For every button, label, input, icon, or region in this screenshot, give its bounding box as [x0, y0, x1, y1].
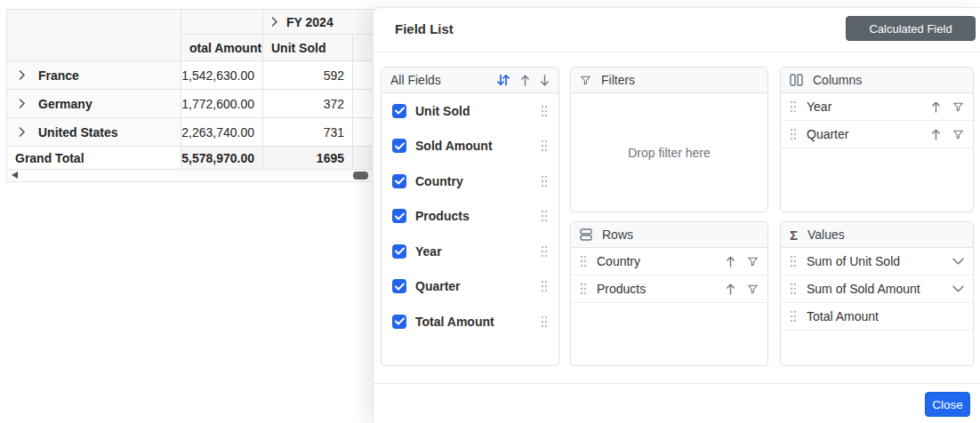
- filter-icon[interactable]: [747, 283, 759, 295]
- values-header: Σ Values: [781, 222, 973, 248]
- drag-handle-icon[interactable]: [790, 255, 797, 267]
- drag-handle-icon[interactable]: [580, 283, 587, 295]
- pivot-column-group-cell: FY 2024: [263, 10, 374, 35]
- drag-handle-icon[interactable]: [790, 100, 797, 113]
- axis-item-label: Country: [597, 254, 640, 268]
- col-header-overflow: [353, 35, 374, 61]
- columns-item-quarter: Quarter: [781, 121, 973, 148]
- checkbox-checked-icon[interactable]: [392, 315, 406, 329]
- scroll-left-arrow-icon[interactable]: [12, 172, 18, 179]
- value-cell: $1,542,630.00: [181, 61, 263, 90]
- horizontal-scrollbar[interactable]: [6, 169, 374, 182]
- field-label: Products: [415, 209, 470, 223]
- drag-handle-icon[interactable]: [541, 280, 548, 292]
- scrollbar-thumb[interactable]: [353, 172, 368, 180]
- dialog-header: Field List Calculated Field: [374, 8, 980, 52]
- rows-header: Rows: [571, 222, 767, 248]
- checkbox-checked-icon[interactable]: [392, 279, 406, 293]
- checkbox-checked-icon[interactable]: [392, 139, 406, 153]
- sort-both-icon[interactable]: [496, 74, 510, 86]
- field-label: Quarter: [415, 279, 461, 293]
- rows-panel: Rows Country Products: [570, 221, 768, 366]
- sort-ascending-icon[interactable]: [726, 256, 735, 267]
- grand-total-amount: 5,578,970.00: [181, 147, 263, 170]
- columns-panel: Columns Year Quarter: [780, 67, 974, 212]
- sigma-icon: Σ: [790, 228, 798, 242]
- filter-icon[interactable]: [952, 129, 964, 140]
- calculated-field-button[interactable]: Calculated Field: [846, 16, 976, 41]
- field-item-total-amount: Total Amount: [382, 304, 558, 339]
- field-item-year: Year: [382, 234, 558, 269]
- field-list-dialog: Field List Calculated Field All Fields U…: [373, 7, 980, 423]
- chevron-right-icon[interactable]: [19, 127, 26, 137]
- all-fields-title: All Fields: [390, 73, 441, 87]
- filters-drop-zone[interactable]: Drop filter here: [571, 93, 767, 212]
- dialog-footer: Close: [374, 383, 980, 423]
- filter-icon[interactable]: [747, 256, 759, 267]
- col-header-unit-sold: Unit Sold: [263, 35, 353, 61]
- sort-descending-icon[interactable]: [540, 75, 550, 86]
- column-group-label: FY 2024: [286, 15, 333, 29]
- all-fields-panel: All Fields Unit Sold Sold Amount Country…: [381, 67, 559, 366]
- values-panel: Σ Values Sum of Unit Sold Sum of Sold Am…: [780, 221, 974, 366]
- chevron-down-icon[interactable]: [952, 258, 964, 265]
- row-label: Germany: [38, 97, 92, 111]
- rows-icon: [580, 228, 592, 241]
- row-header-germany: Germany: [7, 90, 181, 118]
- sort-ascending-icon[interactable]: [931, 129, 941, 140]
- filter-icon[interactable]: [952, 101, 964, 113]
- checkbox-checked-icon[interactable]: [392, 174, 406, 188]
- checkbox-checked-icon[interactable]: [392, 209, 406, 223]
- value-cell: 372: [263, 90, 353, 118]
- field-label: Sold Amount: [415, 139, 493, 153]
- row-label: United States: [38, 125, 117, 140]
- drag-handle-icon[interactable]: [541, 315, 548, 328]
- sort-ascending-icon[interactable]: [726, 283, 735, 295]
- drag-handle-icon[interactable]: [541, 105, 548, 117]
- chevron-right-icon[interactable]: [271, 17, 278, 27]
- drag-handle-icon[interactable]: [541, 140, 548, 152]
- checkbox-checked-icon[interactable]: [392, 104, 406, 118]
- value-cell-overflow: [353, 90, 374, 118]
- drag-handle-icon[interactable]: [541, 175, 548, 188]
- field-item-sold-amount: Sold Amount: [382, 129, 558, 164]
- value-item-label: Sum of Sold Amount: [807, 282, 920, 296]
- drag-handle-icon[interactable]: [790, 283, 797, 295]
- field-label: Country: [415, 174, 463, 188]
- chevron-down-icon[interactable]: [952, 285, 964, 292]
- sort-ascending-icon[interactable]: [520, 75, 530, 86]
- rows-title: Rows: [602, 227, 633, 242]
- field-item-products: Products: [382, 199, 558, 235]
- filters-header: Filters: [571, 68, 767, 93]
- values-item-sum-of-unit-sold: Sum of Unit Sold: [781, 248, 973, 275]
- field-item-unit-sold: Unit Sold: [382, 93, 558, 129]
- grand-total-overflow: [353, 147, 374, 170]
- field-item-quarter: Quarter: [382, 269, 558, 305]
- drag-handle-icon[interactable]: [790, 310, 797, 323]
- columns-item-year: Year: [781, 93, 973, 121]
- values-title: Values: [807, 227, 845, 242]
- row-header-france: France: [7, 61, 181, 90]
- close-button[interactable]: Close: [925, 392, 970, 417]
- field-label: Total Amount: [415, 315, 494, 329]
- field-item-country: Country: [382, 164, 558, 199]
- drag-handle-icon[interactable]: [541, 210, 548, 222]
- checkbox-checked-icon[interactable]: [392, 244, 406, 259]
- drag-handle-icon[interactable]: [790, 128, 797, 140]
- drag-handle-icon[interactable]: [541, 245, 548, 258]
- pivot-table: FY 2024 otal Amount Unit Sold France $1,…: [6, 9, 374, 170]
- sort-ascending-icon[interactable]: [931, 101, 941, 113]
- grand-total-label: Grand Total: [7, 147, 181, 170]
- axis-item-label: Year: [807, 100, 831, 114]
- pivot-empty-group-cell: [181, 10, 263, 35]
- col-header-total-amount: otal Amount: [181, 35, 263, 61]
- value-item-label: Total Amount: [807, 309, 879, 323]
- row-label: France: [38, 68, 79, 83]
- chevron-right-icon[interactable]: [19, 99, 26, 108]
- filter-icon: [580, 75, 591, 86]
- field-label: Unit Sold: [415, 104, 470, 118]
- chevron-right-icon[interactable]: [19, 70, 26, 80]
- drag-handle-icon[interactable]: [580, 255, 587, 267]
- drop-filter-placeholder: Drop filter here: [628, 146, 711, 160]
- pivot-corner-cell: [7, 10, 181, 61]
